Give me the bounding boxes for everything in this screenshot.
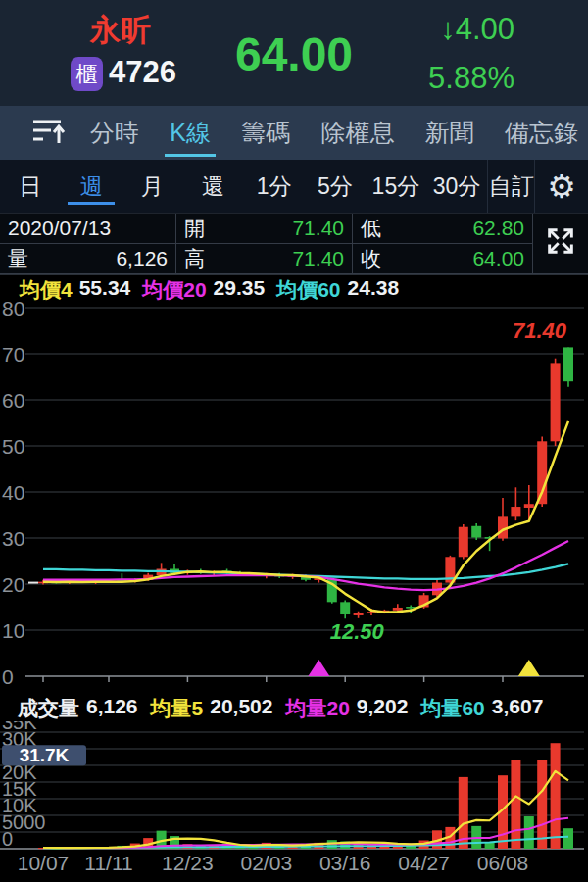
ohlc-info-grid: 2020/07/13 開 71.40 低 62.80 量 6,126 [0, 214, 588, 275]
period-custom[interactable]: 自訂 [487, 160, 534, 213]
period-month[interactable]: 月 [122, 160, 182, 213]
quote-header: 永昕 櫃 4726 64.00 ↓4.00 5.88% [0, 0, 588, 106]
open-label: 開 [184, 215, 205, 242]
period-15min[interactable]: 15分 [366, 160, 426, 213]
expand-arrows-icon [544, 224, 577, 263]
info-low-cell: 低 62.80 [353, 214, 533, 244]
info-high-cell: 高 71.40 [176, 244, 353, 274]
main-nav: 分時K線籌碼除權息新聞備忘錄 [0, 106, 588, 160]
price-change: ↓4.00 [382, 12, 514, 47]
tab-timeshare[interactable]: 分時 [90, 106, 139, 160]
svg-text:60: 60 [2, 389, 24, 412]
open-value: 71.40 [292, 217, 344, 240]
nav-tabs: 分時K線籌碼除權息新聞備忘錄 [90, 106, 578, 160]
tab-kline[interactable]: K線 [170, 106, 211, 160]
market-badge: 櫃 [71, 57, 103, 91]
svg-text:70: 70 [2, 343, 24, 366]
svg-text:10: 10 [2, 619, 24, 642]
svg-text:06/08: 06/08 [477, 852, 529, 874]
info-open-cell: 開 71.40 [176, 214, 353, 244]
volume-chart[interactable]: 35K30K25K20K15K10K5000031.7K10/0711/1112… [0, 721, 588, 882]
period-items: 日週月還1分5分15分30分 [0, 160, 487, 213]
gear-icon: ⚙ [547, 168, 576, 206]
svg-text:31.7K: 31.7K [20, 745, 70, 765]
svg-text:50: 50 [2, 435, 24, 458]
settings-button[interactable]: ⚙ [534, 160, 588, 213]
info-date-cell: 2020/07/13 [0, 214, 176, 244]
vma5-legend: 均量520,502 [151, 695, 273, 722]
svg-text:03/16: 03/16 [319, 852, 371, 874]
tab-memo[interactable]: 備忘錄 [505, 106, 578, 160]
low-label: 低 [361, 215, 381, 242]
close-value: 64.00 [472, 247, 524, 270]
svg-text:71.40: 71.40 [513, 318, 567, 343]
svg-text:04/27: 04/27 [398, 852, 450, 874]
svg-text:11/11: 11/11 [84, 852, 132, 874]
fullscreen-button[interactable] [533, 214, 588, 274]
magenta-triangle-marker [308, 660, 329, 676]
info-date: 2020/07/13 [8, 217, 111, 240]
info-close-cell: 收 64.00 [353, 244, 533, 274]
svg-text:12/23: 12/23 [162, 852, 214, 874]
vma20-legend: 均量209,202 [285, 695, 408, 722]
period-1min[interactable]: 1分 [244, 160, 305, 213]
svg-text:0: 0 [2, 665, 14, 686]
period-week[interactable]: 週 [61, 160, 122, 213]
period-bar: 日週月還1分5分15分30分 自訂 ⚙ [0, 160, 588, 214]
svg-text:30: 30 [2, 527, 24, 550]
svg-text:0: 0 [2, 828, 13, 850]
high-label: 高 [184, 245, 205, 272]
price-change-percent: 5.88% [382, 61, 514, 96]
svg-text:10/07: 10/07 [18, 852, 70, 874]
info-volume-cell: 量 6,126 [0, 244, 176, 274]
tab-chips[interactable]: 籌碼 [241, 106, 290, 160]
close-label: 收 [361, 245, 381, 272]
tab-news[interactable]: 新聞 [425, 106, 474, 160]
low-value: 62.80 [472, 217, 524, 240]
sort-ascending-icon[interactable] [0, 114, 76, 153]
svg-text:12.50: 12.50 [330, 619, 385, 644]
yellow-triangle-marker [518, 660, 540, 676]
tab-dividend[interactable]: 除權息 [320, 106, 394, 160]
volume-ma-legend: 成交量6,126均量520,502均量209,202均量603,607 [18, 695, 543, 722]
period-30min[interactable]: 30分 [426, 160, 487, 213]
period-adjusted[interactable]: 還 [182, 160, 243, 213]
volume-current-legend: 成交量6,126 [18, 695, 138, 722]
period-5min[interactable]: 5分 [305, 160, 366, 213]
stock-name: 永昕 [90, 10, 151, 51]
svg-text:80: 80 [2, 297, 24, 319]
svg-text:02/03: 02/03 [241, 852, 293, 874]
period-day[interactable]: 日 [0, 160, 61, 213]
svg-text:40: 40 [2, 481, 24, 504]
volume-label: 量 [8, 245, 28, 272]
volume-value: 6,126 [116, 247, 168, 270]
svg-text:20: 20 [2, 573, 24, 596]
price-chart[interactable]: 0102030405060708071.4012.50 [0, 297, 588, 686]
stock-app: 永昕 櫃 4726 64.00 ↓4.00 5.88% 分時K線籌碼除權息新聞備… [0, 0, 588, 882]
high-value: 71.40 [292, 247, 344, 270]
vma60-legend: 均量603,607 [420, 695, 543, 722]
